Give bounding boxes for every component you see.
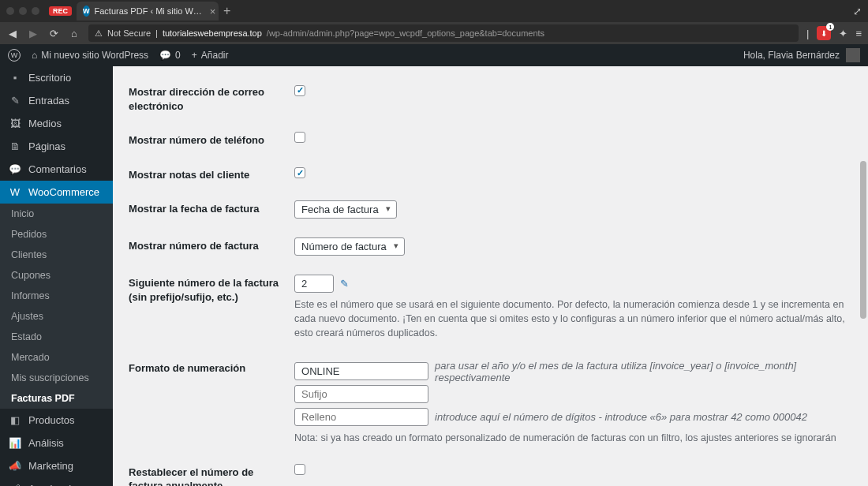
woocommerce-icon: W	[8, 186, 22, 198]
checkbox-mostrar-email[interactable]	[294, 85, 305, 96]
security-status: Not Secure	[107, 28, 151, 38]
sidebar-item-analisis[interactable]: 📊Análisis	[0, 432, 113, 454]
products-icon: ◧	[8, 414, 22, 426]
tab-bar: REC W Facturas PDF ‹ Mi sitio W… × + ⤢	[0, 0, 868, 22]
sidebar-subitems: Inicio Pedidos Clientes Cupones Informes…	[0, 204, 113, 409]
sidebar-sub-cupones[interactable]: Cupones	[0, 265, 113, 286]
label-mostrar-fecha: Mostrar la fecha de factura	[129, 200, 294, 216]
sidebar-sub-informes[interactable]: Informes	[0, 286, 113, 306]
select-mostrar-fecha[interactable]: Fecha de factura	[294, 200, 397, 219]
scrollbar[interactable]	[860, 161, 866, 319]
close-tab-icon[interactable]: ×	[210, 6, 216, 17]
edit-pencil-icon[interactable]: ✎	[340, 278, 349, 290]
address-bar: ◀ ▶ ⟳ ⌂ ⚠ Not Secure | tutorialeswebempr…	[0, 22, 868, 44]
url-path: /wp-admin/admin.php?page=wpo_wcpdf_optio…	[267, 28, 544, 38]
checkbox-mostrar-telefono[interactable]	[294, 132, 305, 143]
extensions-puzzle-icon[interactable]: ✦	[839, 28, 847, 39]
sidebar-item-escritorio[interactable]: ▪Escritorio	[0, 66, 113, 89]
sidebar-item-productos[interactable]: ◧Productos	[0, 409, 113, 432]
hint-prefijo: para usar el año y/o el mes de la factur…	[435, 360, 852, 383]
sidebar-sub-clientes[interactable]: Clientes	[0, 245, 113, 265]
sidebar-item-woocommerce[interactable]: WWooCommerce	[0, 181, 113, 204]
traffic-close-icon[interactable]	[6, 7, 14, 15]
label-siguiente-numero: Siguiente número de la factura (sin pref…	[129, 275, 294, 304]
sidebar-sub-mercado[interactable]: Mercado	[0, 347, 113, 368]
avatar[interactable]	[846, 48, 860, 62]
sidebar-item-medios[interactable]: 🖼Medios	[0, 112, 113, 135]
sidebar-sub-pedidos[interactable]: Pedidos	[0, 224, 113, 245]
sidebar-item-apariencia[interactable]: 🖌Apariencia	[0, 477, 113, 486]
tab-title: Facturas PDF ‹ Mi sitio W…	[95, 6, 202, 16]
sidebar-sub-suscripciones[interactable]: Mis suscripciones	[0, 368, 113, 388]
adminbar-site[interactable]: ⌂Mi nuevo sitio WordPress	[32, 50, 148, 61]
analytics-icon: 📊	[8, 437, 22, 449]
nota-formato: Nota: si ya has creado un formato person…	[294, 431, 852, 445]
settings-form: Mostrar dirección de correo electrónico …	[113, 66, 868, 486]
page-icon: 🗎	[8, 140, 22, 152]
traffic-min-icon[interactable]	[19, 7, 27, 15]
input-prefijo[interactable]	[294, 362, 428, 380]
label-mostrar-notas: Mostrar notas del cliente	[129, 166, 294, 182]
url-field[interactable]: ⚠ Not Secure | tutorialeswebempresa.top/…	[88, 24, 799, 42]
back-icon[interactable]: ◀	[6, 28, 19, 39]
wp-adminbar: W ⌂Mi nuevo sitio WordPress 💬0 +Añadir H…	[0, 44, 868, 66]
comment-icon: 💬	[8, 163, 22, 175]
browser-tab[interactable]: W Facturas PDF ‹ Mi sitio W… ×	[77, 2, 219, 21]
label-restablecer: Restablecer el número de factura anualme…	[129, 464, 294, 486]
sidebar-sub-estado[interactable]: Estado	[0, 327, 113, 347]
extension-badge: 1	[826, 23, 834, 31]
sidebar-item-entradas[interactable]: ✎Entradas	[0, 89, 113, 112]
comment-icon: 💬	[159, 50, 171, 61]
select-mostrar-numero[interactable]: Número de factura	[294, 237, 405, 256]
url-host: tutorialeswebempresa.top	[163, 28, 262, 38]
help-siguiente-numero: Este es el número que se usará en el sig…	[294, 297, 852, 340]
pin-icon: ✎	[8, 95, 22, 107]
home-icon[interactable]: ⌂	[68, 28, 80, 39]
checkbox-restablecer[interactable]	[294, 464, 305, 475]
marketing-icon: 📣	[8, 460, 22, 472]
sidebar-sub-inicio[interactable]: Inicio	[0, 204, 113, 224]
checkbox-mostrar-notas[interactable]	[294, 167, 305, 178]
sidebar-sub-ajustes[interactable]: Ajustes	[0, 306, 113, 327]
traffic-max-icon[interactable]	[32, 7, 39, 15]
sidebar-item-marketing[interactable]: 📣Marketing	[0, 454, 113, 477]
sidebar-sub-facturas-pdf[interactable]: Facturas PDF	[0, 388, 113, 409]
wordpress-favicon-icon: W	[83, 6, 90, 17]
browser-menu-icon[interactable]: ≡	[855, 28, 862, 39]
adminbar-greeting[interactable]: Hola, Flavia Bernárdez	[743, 50, 840, 61]
expand-icon[interactable]: ⤢	[853, 6, 862, 17]
appearance-icon: 🖌	[8, 483, 22, 486]
label-formato: Formato de numeración	[129, 360, 294, 376]
input-sufijo[interactable]	[294, 385, 428, 403]
warning-icon: ⚠	[95, 28, 103, 39]
admin-sidebar: ▪Escritorio ✎Entradas 🖼Medios 🗎Páginas 💬…	[0, 66, 113, 486]
dashboard-icon: ▪	[8, 72, 22, 84]
rec-badge: REC	[49, 6, 72, 16]
hint-relleno: introduce aquí el número de dígitos - in…	[435, 411, 807, 423]
sidebar-item-comentarios[interactable]: 💬Comentarios	[0, 158, 113, 181]
wp-logo-icon[interactable]: W	[8, 49, 21, 62]
adminbar-comments[interactable]: 💬0	[159, 50, 181, 61]
plus-icon: +	[192, 50, 197, 61]
home-icon: ⌂	[32, 50, 37, 61]
sidebar-item-paginas[interactable]: 🗎Páginas	[0, 135, 113, 158]
label-mostrar-telefono: Mostrar número de teléfono	[129, 132, 294, 148]
input-siguiente-numero[interactable]	[294, 275, 334, 293]
browser-chrome: REC W Facturas PDF ‹ Mi sitio W… × + ⤢ ◀…	[0, 0, 868, 44]
adminbar-add-new[interactable]: +Añadir	[192, 50, 229, 61]
label-mostrar-numero: Mostrar número de factura	[129, 237, 294, 253]
extension-icon[interactable]: ⬇1	[817, 26, 831, 40]
reload-icon[interactable]: ⟳	[47, 28, 60, 39]
label-mostrar-email: Mostrar dirección de correo electrónico	[129, 84, 294, 113]
media-icon: 🖼	[8, 118, 22, 129]
new-tab-button[interactable]: +	[223, 4, 230, 18]
input-relleno[interactable]	[294, 408, 428, 426]
forward-icon[interactable]: ▶	[27, 28, 39, 39]
